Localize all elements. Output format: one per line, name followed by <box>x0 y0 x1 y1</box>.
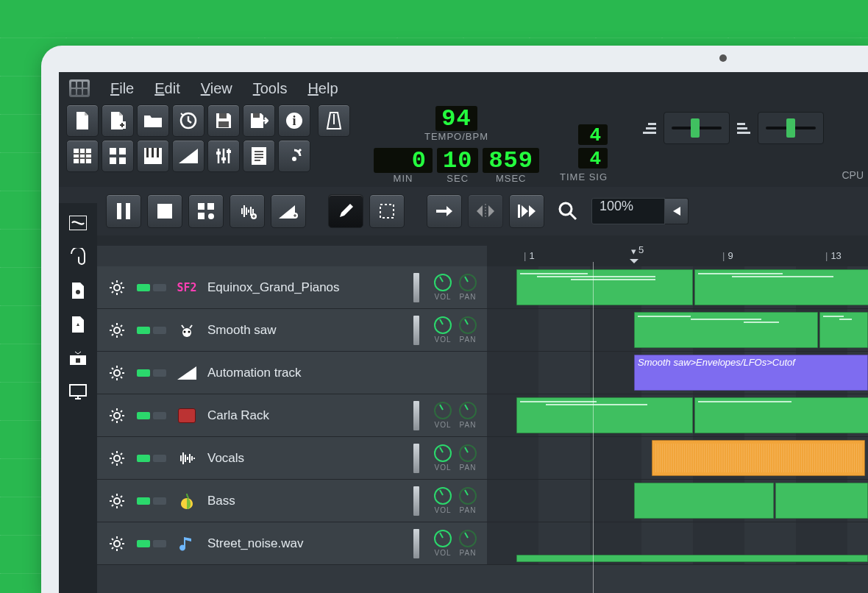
gear-icon[interactable] <box>107 534 127 553</box>
gear-icon[interactable] <box>107 278 127 297</box>
volume-knob[interactable]: VOL <box>434 316 452 344</box>
track-name[interactable]: Bass <box>207 494 403 508</box>
menu-tools[interactable]: Tools <box>253 80 288 97</box>
add-sample-track-button[interactable] <box>230 194 265 228</box>
midi-clip[interactable] <box>634 312 818 348</box>
controller-rack-button[interactable] <box>278 140 310 172</box>
track-lane[interactable] <box>487 522 868 564</box>
volume-knob[interactable]: VOL <box>434 487 452 514</box>
timeline-ruler[interactable]: 1 9 13 ▾5 <box>487 246 868 266</box>
mute-solo[interactable] <box>137 284 166 291</box>
gear-icon[interactable] <box>107 406 127 425</box>
track-name[interactable]: Automation track <box>207 366 466 380</box>
fx-mixer-button[interactable] <box>207 140 240 172</box>
midi-clip[interactable] <box>516 555 868 562</box>
zoom-dropdown-button[interactable] <box>665 198 689 224</box>
gear-icon[interactable] <box>107 449 127 468</box>
menu-edit[interactable]: Edit <box>154 80 179 97</box>
rail-file-icon[interactable] <box>68 281 88 300</box>
volume-knob[interactable]: VOL <box>434 274 452 301</box>
track-name[interactable]: Smooth saw <box>207 323 403 338</box>
rail-favorites-icon[interactable] <box>68 315 88 334</box>
automation-clip[interactable]: Smooth saw>Envelopes/LFOs>Cutof <box>634 355 868 391</box>
add-automation-track-button[interactable] <box>271 194 306 228</box>
zoom-button[interactable] <box>550 194 586 228</box>
track-header[interactable]: Smooth saw VOL PAN <box>97 309 487 351</box>
track-lane[interactable] <box>487 437 868 479</box>
volume-knob[interactable]: VOL <box>434 444 452 472</box>
track-lane[interactable] <box>487 309 868 351</box>
pause-button[interactable] <box>106 194 141 228</box>
pan-knob[interactable]: PAN <box>459 487 477 514</box>
bb-editor-button[interactable] <box>102 140 134 172</box>
pan-knob[interactable]: PAN <box>459 402 477 429</box>
track-name[interactable]: Vocals <box>207 451 403 466</box>
piano-roll-button[interactable] <box>137 140 169 172</box>
timesig-denominator[interactable]: 4 <box>578 148 608 168</box>
arrow-right-button[interactable] <box>427 194 462 228</box>
midi-clip[interactable] <box>819 312 868 348</box>
timesig-numerator[interactable]: 4 <box>578 124 608 145</box>
menu-view[interactable]: View <box>201 80 232 97</box>
mute-solo[interactable] <box>137 497 166 505</box>
midi-clip[interactable] <box>516 269 693 305</box>
mute-solo[interactable] <box>137 540 166 547</box>
master-volume-slider[interactable] <box>664 112 730 144</box>
rail-computer-icon[interactable] <box>68 383 88 402</box>
gear-icon[interactable] <box>107 321 127 340</box>
track-name[interactable]: Street_noise.wav <box>207 536 403 551</box>
mute-solo[interactable] <box>137 327 166 334</box>
draw-mode-button[interactable] <box>328 194 363 228</box>
midi-clip[interactable] <box>694 269 868 305</box>
track-name[interactable]: Carla Rack <box>207 408 403 423</box>
project-notes-button[interactable] <box>243 140 275 172</box>
info-button[interactable]: i <box>278 104 310 137</box>
master-pitch-slider[interactable] <box>758 112 824 144</box>
mute-solo[interactable] <box>137 455 166 462</box>
pan-knob[interactable]: PAN <box>459 316 477 344</box>
track-lane[interactable]: Smooth saw>Envelopes/LFOs>Cutof <box>487 352 868 394</box>
automation-editor-button[interactable] <box>172 140 204 172</box>
pan-knob[interactable]: PAN <box>459 274 477 301</box>
metronome-button[interactable] <box>318 104 350 137</box>
rewind-button[interactable] <box>509 194 544 228</box>
menu-help[interactable]: Help <box>307 80 338 97</box>
midi-clip[interactable] <box>634 483 774 519</box>
export-project-button[interactable] <box>243 104 275 137</box>
zoom-value[interactable]: 100% <box>591 198 665 224</box>
midi-clip[interactable] <box>694 397 868 433</box>
menu-file[interactable]: File <box>110 80 134 97</box>
rail-home-icon[interactable] <box>68 349 88 368</box>
track-name[interactable]: Equinox_Grand_Pianos <box>207 280 403 295</box>
edit-mode-button[interactable] <box>369 194 405 228</box>
rail-samples-icon[interactable] <box>68 247 88 266</box>
audio-clip[interactable] <box>652 440 865 476</box>
new-project-button[interactable] <box>66 104 99 137</box>
volume-knob[interactable]: VOL <box>434 402 452 429</box>
tempo-value[interactable]: 94 <box>435 106 477 131</box>
record-button[interactable] <box>188 194 224 228</box>
mute-solo[interactable] <box>137 412 166 419</box>
midi-clip[interactable] <box>775 483 868 519</box>
track-lane[interactable]: variat <box>487 394 868 436</box>
track-header[interactable]: Vocals VOL PAN <box>97 437 487 479</box>
gear-icon[interactable] <box>107 363 127 383</box>
track-lane[interactable]: variat <box>487 266 868 308</box>
app-logo-icon[interactable] <box>69 79 90 97</box>
gear-icon[interactable] <box>107 491 127 511</box>
midi-clip[interactable] <box>516 397 693 433</box>
playhead-marker[interactable]: ▾5 <box>631 246 636 257</box>
track-header[interactable]: Carla Rack VOL PAN <box>97 394 487 436</box>
stop-button[interactable] <box>147 194 182 228</box>
rail-instruments-icon[interactable] <box>68 213 88 232</box>
track-header[interactable]: Street_noise.wav VOL PAN <box>97 522 487 564</box>
track-header[interactable]: Bass VOL PAN <box>97 480 487 522</box>
pan-knob[interactable]: PAN <box>459 444 477 472</box>
track-lane[interactable] <box>487 480 868 522</box>
pan-knob[interactable]: PAN <box>459 530 477 557</box>
mirror-button[interactable] <box>468 194 503 228</box>
open-project-button[interactable] <box>137 104 169 137</box>
save-project-button[interactable] <box>207 104 240 137</box>
track-header[interactable]: SF2 Equinox_Grand_Pianos VOL PAN <box>97 266 487 308</box>
open-recent-button[interactable] <box>172 104 204 137</box>
